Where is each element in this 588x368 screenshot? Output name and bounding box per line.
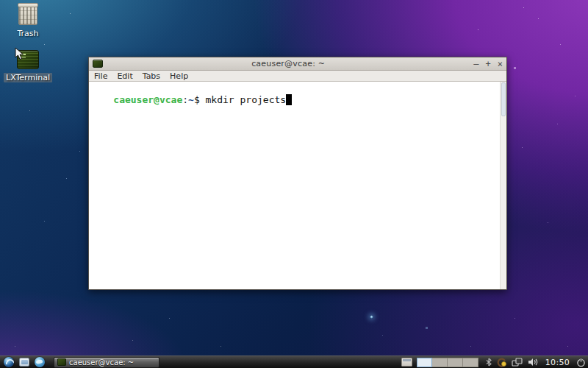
workspace-2[interactable]: [432, 358, 448, 367]
star-field: [0, 0, 1, 1]
system-tray: 10:50: [486, 358, 586, 367]
prompt-symbol: $: [194, 94, 206, 105]
taskbar-window-button[interactable]: caeuser@vcae: ~: [54, 357, 159, 368]
terminal-window: caeuser@vcae: ~ – + × File Edit Tabs Hel…: [88, 57, 507, 290]
show-desktop-button[interactable]: [401, 358, 412, 367]
bright-star: [370, 315, 373, 319]
prompt-user-host: caeuser@vcae: [113, 94, 182, 105]
mouse-cursor-icon: [15, 47, 24, 60]
taskbar: caeuser@vcae: ~: [0, 355, 588, 368]
file-manager-icon: [19, 358, 29, 367]
window-titlebar[interactable]: caeuser@vcae: ~ – + ×: [89, 57, 506, 71]
menu-tabs[interactable]: Tabs: [143, 71, 160, 81]
lxterminal-icon: [57, 358, 66, 366]
window-title: caeuser@vcae: ~: [103, 59, 473, 68]
lubuntu-logo-icon: [4, 357, 14, 367]
menu-bar: File Edit Tabs Help: [89, 71, 506, 82]
workspace-pager: [417, 358, 478, 367]
workspace-1-active[interactable]: [417, 358, 432, 367]
update-notifier-icon[interactable]: [497, 358, 506, 367]
network-status-icon[interactable]: [512, 358, 523, 367]
minimize-button[interactable]: –: [473, 60, 478, 68]
scrollbar-thumb[interactable]: [501, 82, 506, 116]
lxterminal-icon: [93, 60, 103, 68]
desktop-icon-label: Trash: [15, 29, 40, 38]
maximize-button[interactable]: +: [486, 60, 491, 68]
workspace-4[interactable]: [463, 358, 478, 367]
globe-icon: [35, 357, 45, 367]
menu-file[interactable]: File: [94, 71, 107, 81]
prompt-colon: :: [182, 94, 188, 105]
desktop-icon-lxterminal[interactable]: LXTerminal: [1, 50, 54, 83]
desktop-icon-label: LXTerminal: [4, 73, 52, 82]
file-manager-launcher[interactable]: [18, 357, 30, 367]
terminal-scrollbar[interactable]: [500, 82, 506, 289]
power-button-icon[interactable]: [576, 358, 586, 367]
workspace-3[interactable]: [448, 358, 463, 367]
typed-command: mkdir projects: [206, 94, 287, 105]
desktop-icon-trash[interactable]: Trash: [1, 4, 54, 39]
menu-help[interactable]: Help: [170, 71, 188, 81]
menu-edit[interactable]: Edit: [117, 71, 132, 81]
taskbar-window-label: caeuser@vcae: ~: [69, 358, 134, 367]
terminal-cursor: [286, 94, 292, 105]
bluetooth-icon[interactable]: [486, 358, 492, 367]
trash-icon: [18, 4, 37, 25]
volume-icon[interactable]: [528, 358, 539, 367]
terminal-output[interactable]: caeuser@vcae:~$ mkdir projects: [89, 82, 506, 289]
prompt-path: ~: [188, 94, 194, 105]
start-menu-button[interactable]: [2, 357, 15, 367]
clock[interactable]: 10:50: [544, 358, 571, 367]
close-button[interactable]: ×: [498, 60, 503, 68]
web-browser-launcher[interactable]: [34, 357, 46, 367]
